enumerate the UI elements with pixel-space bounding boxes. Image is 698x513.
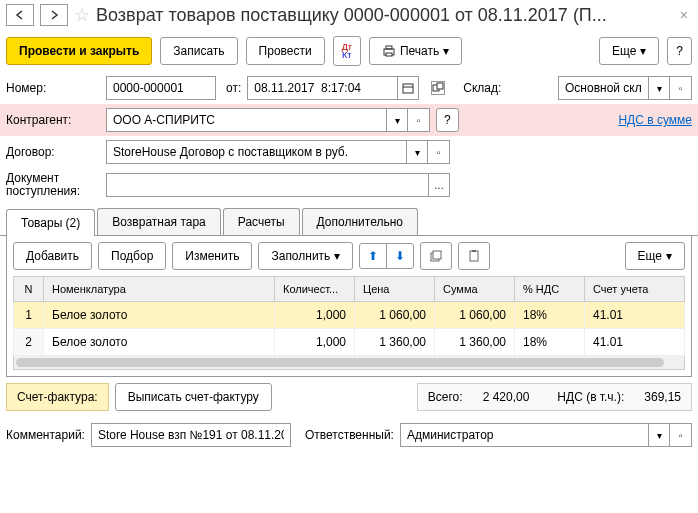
col-quantity[interactable]: Количест... [275, 277, 355, 302]
svg-rect-6 [437, 83, 443, 89]
warehouse-input[interactable] [558, 76, 648, 100]
date-input[interactable] [247, 76, 397, 100]
svg-rect-10 [472, 250, 476, 252]
table-row[interactable]: 2Белое золото1,0001 360,001 360,0018%41.… [14, 329, 685, 356]
help-button[interactable]: ? [667, 37, 692, 65]
cell-price: 1 360,00 [355, 329, 435, 356]
responsible-open-button[interactable]: ▫ [670, 423, 692, 447]
contract-dropdown-button[interactable]: ▾ [406, 140, 428, 164]
favorite-star-icon[interactable]: ☆ [74, 4, 90, 26]
link-button[interactable] [431, 81, 445, 95]
horizontal-scrollbar[interactable] [13, 356, 685, 370]
cell-vat: 18% [515, 302, 585, 329]
tab-goods[interactable]: Товары (2) [6, 209, 95, 236]
counterparty-input[interactable] [106, 108, 386, 132]
counterparty-dropdown-button[interactable]: ▾ [386, 108, 408, 132]
change-button[interactable]: Изменить [172, 242, 252, 270]
nav-forward-button[interactable] [40, 4, 68, 26]
totals-box: Всего: 2 420,00 НДС (в т.ч.): 369,15 [417, 383, 692, 411]
post-and-close-button[interactable]: Провести и закрыть [6, 37, 152, 65]
col-vat[interactable]: % НДС [515, 277, 585, 302]
move-down-button[interactable]: ⬇ [387, 244, 413, 268]
copy-button[interactable] [420, 242, 452, 270]
counterparty-label: Контрагент: [6, 113, 100, 127]
cell-account: 41.01 [585, 302, 685, 329]
table-row[interactable]: 1Белое золото1,0001 060,001 060,0018%41.… [14, 302, 685, 329]
svg-rect-8 [433, 251, 441, 259]
close-button[interactable]: × [676, 7, 692, 23]
post-button[interactable]: Провести [246, 37, 325, 65]
contract-label: Договор: [6, 145, 100, 159]
contract-open-button[interactable]: ▫ [428, 140, 450, 164]
print-label: Печать [400, 44, 439, 58]
responsible-input[interactable] [400, 423, 648, 447]
number-input[interactable] [106, 76, 216, 100]
cell-n: 1 [14, 302, 44, 329]
number-label: Номер: [6, 81, 100, 95]
cell-sum: 1 360,00 [435, 329, 515, 356]
chevron-down-icon: ▾ [666, 249, 672, 263]
print-button[interactable]: Печать ▾ [369, 37, 462, 65]
col-account[interactable]: Счет учета [585, 277, 685, 302]
more-button[interactable]: Еще ▾ [599, 37, 659, 65]
receipt-doc-select-button[interactable]: … [428, 173, 450, 197]
copy-icon [429, 249, 443, 263]
col-price[interactable]: Цена [355, 277, 435, 302]
warehouse-label: Склад: [463, 81, 501, 95]
warehouse-open-button[interactable]: ▫ [670, 76, 692, 100]
cell-vat: 18% [515, 329, 585, 356]
chevron-down-icon: ▾ [640, 44, 646, 58]
paste-icon [467, 249, 481, 263]
vat-mode-link[interactable]: НДС в сумме [618, 113, 692, 127]
counterparty-open-button[interactable]: ▫ [408, 108, 430, 132]
comment-label: Комментарий: [6, 428, 85, 442]
vat-label: НДС (в т.ч.): [557, 390, 624, 404]
fill-button[interactable]: Заполнить ▾ [258, 242, 353, 270]
cell-n: 2 [14, 329, 44, 356]
total-value: 2 420,00 [483, 390, 530, 404]
window-title: Возврат товаров поставщику 0000-000001 о… [96, 5, 670, 26]
move-up-button[interactable]: ⬆ [360, 244, 387, 268]
responsible-label: Ответственный: [305, 428, 394, 442]
warehouse-dropdown-button[interactable]: ▾ [648, 76, 670, 100]
chevron-down-icon: ▾ [443, 44, 449, 58]
tab-containers[interactable]: Возвратная тара [97, 208, 221, 235]
receipt-doc-label: Документ поступления: [6, 172, 100, 198]
cell-sum: 1 060,00 [435, 302, 515, 329]
contract-input[interactable] [106, 140, 406, 164]
comment-input[interactable] [91, 423, 291, 447]
svg-rect-2 [386, 53, 392, 56]
svg-rect-3 [403, 84, 413, 93]
cell-account: 41.01 [585, 329, 685, 356]
write-invoice-button[interactable]: Выписать счет-фактуру [115, 383, 272, 411]
calendar-button[interactable] [397, 76, 419, 100]
svg-rect-1 [386, 46, 392, 49]
cell-nomenclature: Белое золото [44, 302, 275, 329]
goods-table: N Номенклатура Количест... Цена Сумма % … [13, 276, 685, 356]
col-nomenclature[interactable]: Номенклатура [44, 277, 275, 302]
col-sum[interactable]: Сумма [435, 277, 515, 302]
tab-more-button[interactable]: Еще ▾ [625, 242, 685, 270]
svg-rect-9 [470, 251, 478, 261]
save-button[interactable]: Записать [160, 37, 237, 65]
cell-quantity: 1,000 [275, 302, 355, 329]
nav-back-button[interactable] [6, 4, 34, 26]
responsible-dropdown-button[interactable]: ▾ [648, 423, 670, 447]
col-n[interactable]: N [14, 277, 44, 302]
total-label: Всего: [428, 390, 463, 404]
paste-button[interactable] [458, 242, 490, 270]
debit-credit-button[interactable]: ДтКт [333, 36, 361, 66]
add-button[interactable]: Добавить [13, 242, 92, 270]
cell-nomenclature: Белое золото [44, 329, 275, 356]
tab-additional[interactable]: Дополнительно [302, 208, 418, 235]
link-icon [432, 82, 444, 94]
tab-settlements[interactable]: Расчеты [223, 208, 300, 235]
pick-button[interactable]: Подбор [98, 242, 166, 270]
cell-price: 1 060,00 [355, 302, 435, 329]
counterparty-help-button[interactable]: ? [436, 108, 459, 132]
arrow-down-icon: ⬇ [395, 249, 405, 263]
receipt-doc-input[interactable] [106, 173, 428, 197]
arrow-up-icon: ⬆ [368, 249, 378, 263]
calendar-icon [402, 82, 414, 94]
chevron-down-icon: ▾ [334, 249, 340, 263]
